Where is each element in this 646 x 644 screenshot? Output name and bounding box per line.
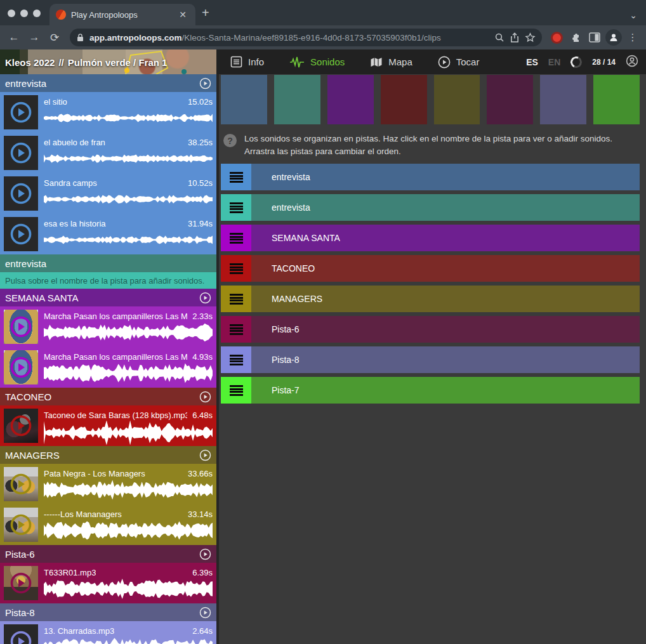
clip-row[interactable]: ------Los Mananagers33.14s bbox=[0, 504, 216, 545]
sidebar-track-header[interactable]: TACONEO bbox=[0, 388, 216, 405]
drag-handle[interactable] bbox=[221, 346, 251, 373]
nav-sonidos[interactable]: Sonidos bbox=[289, 56, 345, 68]
minimize-window-button[interactable] bbox=[20, 10, 28, 17]
clip-waveform[interactable] bbox=[44, 478, 213, 501]
track-row-bar[interactable]: Pista-7 bbox=[251, 377, 640, 404]
track-swatch[interactable] bbox=[540, 75, 586, 124]
clip-thumbnail[interactable] bbox=[4, 176, 38, 211]
track-play-icon[interactable] bbox=[199, 292, 211, 304]
track-row[interactable]: Pista-6 bbox=[221, 316, 640, 343]
drag-handle[interactable] bbox=[221, 316, 251, 343]
clip-row[interactable]: Taconeo de Sara Baras (128 kbps).mp36.48… bbox=[0, 405, 216, 446]
close-window-button[interactable] bbox=[8, 10, 15, 17]
clip-waveform[interactable] bbox=[44, 519, 213, 542]
sidebar-track-header[interactable]: MANAGERS bbox=[0, 446, 216, 464]
track-swatch[interactable] bbox=[487, 75, 533, 124]
record-indicator-icon[interactable] bbox=[548, 34, 565, 42]
sidebar-track-header[interactable]: entrevista bbox=[0, 254, 216, 272]
drag-handle[interactable] bbox=[221, 164, 251, 190]
url-text[interactable]: app.antropoloops.com/Kleos-Santa-Marina/… bbox=[89, 33, 489, 43]
track-row-bar[interactable]: TACONEO bbox=[251, 255, 640, 282]
browser-menu-icon[interactable]: ⋮ bbox=[624, 32, 641, 43]
track-row[interactable]: SEMANA SANTA bbox=[221, 225, 640, 251]
nav-info[interactable]: Info bbox=[230, 56, 264, 68]
track-play-icon[interactable] bbox=[199, 548, 211, 560]
new-tab-button[interactable]: + bbox=[195, 6, 218, 25]
profile-avatar[interactable] bbox=[605, 29, 622, 46]
clip-waveform[interactable] bbox=[44, 362, 213, 384]
track-row-bar[interactable]: entrevista bbox=[251, 164, 640, 190]
clip-waveform[interactable] bbox=[44, 420, 213, 445]
browser-tab[interactable]: Play Antropoloops ✕ bbox=[49, 4, 195, 25]
track-swatch[interactable] bbox=[274, 75, 320, 124]
clip-waveform[interactable] bbox=[44, 228, 213, 251]
clip-row[interactable]: Pata Negra - Los Managers33.66s bbox=[0, 464, 216, 504]
clip-row[interactable]: Marcha Pasan los campanilleros Las Mejor… bbox=[0, 347, 216, 388]
clip-waveform[interactable] bbox=[44, 188, 213, 211]
clip-thumbnail[interactable] bbox=[4, 136, 38, 170]
clip-row[interactable]: el sitio15.02s bbox=[0, 92, 216, 133]
track-row-bar[interactable]: Pista-8 bbox=[251, 346, 640, 373]
zoom-window-button[interactable] bbox=[33, 10, 41, 17]
clip-waveform[interactable] bbox=[44, 577, 213, 600]
track-play-icon[interactable] bbox=[199, 391, 211, 403]
share-icon[interactable] bbox=[510, 32, 520, 43]
project-banner[interactable]: Kleos 2022//Pulmón verde / Fran 1 bbox=[0, 49, 216, 74]
clip-row[interactable]: esa es la historia31.94s bbox=[0, 214, 216, 254]
address-bar[interactable]: app.antropoloops.com/Kleos-Santa-Marina/… bbox=[70, 29, 542, 46]
nav-tocar[interactable]: Tocar bbox=[438, 56, 480, 69]
track-row[interactable]: Pista-7 bbox=[221, 377, 640, 404]
track-swatch[interactable] bbox=[327, 75, 374, 124]
clip-thumbnail[interactable] bbox=[4, 566, 38, 600]
clip-row[interactable]: Marcha Pasan los campanilleros Las Mejor… bbox=[0, 306, 216, 347]
back-button[interactable]: ← bbox=[5, 31, 23, 44]
clip-row[interactable]: el abuelo de fran38.25s bbox=[0, 133, 216, 173]
lang-es-button[interactable]: ES bbox=[526, 57, 538, 67]
track-swatch[interactable] bbox=[381, 75, 427, 124]
clip-waveform[interactable] bbox=[44, 321, 213, 344]
clip-row[interactable]: 13. Charradas.mp32.64s bbox=[0, 621, 216, 644]
clip-thumbnail[interactable] bbox=[4, 409, 38, 443]
track-row-bar[interactable]: entrevista bbox=[251, 194, 640, 221]
extensions-puzzle-icon[interactable] bbox=[567, 32, 584, 43]
bookmark-star-icon[interactable] bbox=[525, 32, 536, 43]
clip-row[interactable]: T633R01.mp36.39s bbox=[0, 563, 216, 603]
side-panel-icon[interactable] bbox=[586, 32, 603, 43]
track-play-icon[interactable] bbox=[199, 77, 211, 89]
sidebar-track-header[interactable]: SEMANA SANTA bbox=[0, 289, 216, 306]
clip-thumbnail[interactable] bbox=[4, 310, 38, 344]
sidebar-track-header[interactable]: entrevista bbox=[0, 74, 216, 92]
track-play-icon[interactable] bbox=[199, 607, 211, 619]
track-swatch[interactable] bbox=[434, 75, 480, 124]
drag-handle[interactable] bbox=[221, 225, 251, 251]
track-play-icon[interactable] bbox=[199, 449, 211, 461]
lang-en-button[interactable]: EN bbox=[548, 57, 560, 67]
clip-waveform[interactable] bbox=[44, 107, 213, 129]
clip-thumbnail[interactable] bbox=[4, 624, 38, 644]
track-row[interactable]: entrevista bbox=[221, 194, 640, 221]
sidebar-track-header[interactable]: Pista-6 bbox=[0, 545, 216, 563]
track-row[interactable]: Pista-8 bbox=[221, 346, 640, 373]
tab-close-icon[interactable]: ✕ bbox=[176, 8, 189, 21]
clip-waveform[interactable] bbox=[44, 636, 213, 644]
clip-waveform[interactable] bbox=[44, 147, 213, 170]
track-row-bar[interactable]: MANAGERS bbox=[251, 286, 640, 312]
clip-thumbnail[interactable] bbox=[4, 217, 38, 251]
sidebar-track-header[interactable]: Pista-8 bbox=[0, 603, 216, 621]
tab-search-chevron-icon[interactable]: ⌄ bbox=[630, 10, 637, 20]
drag-handle[interactable] bbox=[221, 255, 251, 282]
forward-button[interactable]: → bbox=[25, 31, 43, 44]
track-row-bar[interactable]: Pista-6 bbox=[251, 316, 640, 343]
track-swatch[interactable] bbox=[221, 75, 267, 124]
clip-thumbnail[interactable] bbox=[4, 467, 38, 501]
clip-row[interactable]: Sandra camps10.52s bbox=[0, 173, 216, 214]
drag-handle[interactable] bbox=[221, 194, 251, 221]
account-icon[interactable] bbox=[626, 55, 638, 70]
track-row[interactable]: entrevista bbox=[221, 164, 640, 190]
reload-button[interactable]: ⟳ bbox=[46, 31, 63, 44]
track-row[interactable]: TACONEO bbox=[221, 255, 640, 282]
window-controls[interactable] bbox=[0, 10, 49, 25]
clip-thumbnail[interactable] bbox=[4, 508, 38, 542]
drag-handle[interactable] bbox=[221, 377, 251, 404]
track-row-bar[interactable]: SEMANA SANTA bbox=[251, 225, 640, 251]
